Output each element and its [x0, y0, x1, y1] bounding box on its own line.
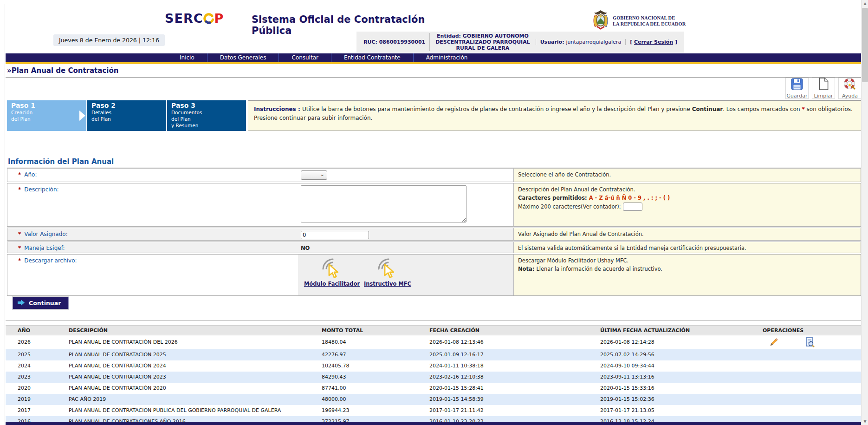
header: SERCP Sistema Oficial de Contratación Pú… [6, 4, 861, 51]
cell-desc: PAC AÑO 2019 [69, 394, 322, 405]
cell-created: 2023-02-16 12:10:38 [429, 372, 600, 383]
cell-desc: PLAN ANUAL DE CONTRATACION 2023 [69, 372, 322, 383]
nav-item-datos-generales[interactable]: Datos Generales [207, 53, 279, 62]
step-1-creacion[interactable]: Paso 1 Creación del Plan [7, 100, 86, 131]
form-row-year: *Año: ⌄ Seleccione el año de Contratació… [7, 168, 861, 182]
edit-icon[interactable] [769, 338, 778, 347]
user-value: juntaparroquialgalera [566, 39, 621, 45]
save-button[interactable]: Guardar [785, 78, 809, 99]
instructions-label: Instrucciones : [254, 106, 302, 112]
cell-operations [763, 349, 861, 360]
step-3-documentos[interactable]: Paso 3 Documentos del Plan y Resumen [167, 100, 246, 131]
cell-year: 2026 [6, 335, 69, 349]
entity-info: Entidad: GOBIERNO AUTONOMO DESCENTRALIZA… [429, 33, 535, 51]
cell-updated: 2020-01-15 15:33:16 [600, 383, 763, 394]
cell-amount: 87741.00 [322, 383, 429, 394]
year-label: Año: [24, 171, 37, 178]
view-icon[interactable] [805, 337, 815, 347]
description-textarea[interactable] [301, 185, 466, 222]
scroll-down-arrow[interactable]: ▼ [862, 418, 868, 425]
cell-operations [763, 360, 861, 372]
pac-table: AÑO DESCRIPCIÓN MONTO TOTAL FECHA CREACI… [6, 325, 861, 425]
logout-wrap: [ Cerrar Sesión ] [625, 39, 681, 45]
gov-logo-line2: LA REPUBLICA DEL ECUADOR [613, 21, 686, 27]
cell-operations [763, 372, 861, 383]
sercop-o-icon [203, 11, 214, 26]
cell-operations [763, 405, 861, 416]
ruc-info: RUC: 0860019930001 [359, 39, 429, 45]
section-divider [6, 320, 861, 321]
scrollbar-thumb[interactable] [862, 8, 868, 82]
save-icon [791, 78, 803, 92]
cell-desc: PLAN ANUAL DE CONTRATACION 2025 [69, 349, 322, 360]
scroll-up-arrow[interactable]: ▲ [862, 0, 868, 7]
gold-divider [6, 62, 861, 64]
page: SERCP Sistema Oficial de Contratación Pú… [0, 0, 868, 425]
page-left-border [5, 4, 5, 425]
logout-link[interactable]: Cerrar Sesión [634, 39, 673, 45]
nav-item-inicio[interactable]: Inicio [167, 53, 207, 62]
nav-item-entidad-contratante[interactable]: Entidad Contratante [331, 53, 413, 62]
cell-year: 2024 [6, 360, 69, 372]
sercop-logo-p: P [214, 11, 224, 26]
pac-table-body: 2026PLAN ANUAL DE CONTRATACIÓN DEL 20261… [6, 335, 861, 425]
help-button[interactable]: ★ Ayuda [838, 78, 862, 99]
vertical-scrollbar[interactable]: ▲ ▼ [861, 0, 868, 425]
continue-button[interactable]: Continuar [13, 297, 69, 309]
user-info: Usuario: juntaparroquialgalera [536, 39, 625, 45]
clear-button[interactable]: Limpiar [812, 78, 835, 99]
esigef-value: NO [301, 244, 513, 251]
download-modulo: Módulo Facilitador [307, 257, 356, 287]
arrow-right-icon [18, 300, 25, 307]
cell-created: 2017-01-17 21:11:42 [429, 405, 600, 416]
instructivo-mfc-link[interactable]: Instructivo MFC [364, 281, 411, 287]
step-3-title: Paso 3 [171, 102, 246, 109]
page-title: »Plan Anual de Contratación [6, 65, 861, 78]
chevron-down-icon: ⌄ [320, 171, 324, 177]
col-header-descripcion: DESCRIPCIÓN [69, 326, 322, 335]
cell-created: 2019-01-15 14:58:39 [429, 394, 600, 405]
col-header-fecha-creacion: FECHA CREACIÓN [429, 326, 600, 335]
cell-operations [763, 383, 861, 394]
table-row: 2025PLAN ANUAL DE CONTRATACION 202542276… [6, 349, 861, 360]
plan-form: *Año: ⌄ Seleccione el año de Contratació… [7, 168, 861, 297]
cell-amount: 18480.04 [322, 335, 429, 349]
valor-input[interactable] [301, 231, 369, 239]
step-2-detalles[interactable]: Paso 2 Detalles del Plan [87, 100, 166, 131]
description-help: Descripción del Plan Anual de Contrataci… [513, 183, 861, 226]
cell-amount: 42276.97 [322, 349, 429, 360]
instructions-box: Instrucciones : Utilice la barra de boto… [248, 100, 861, 131]
cell-updated: 2025-07-02 14:29:56 [600, 349, 763, 360]
cell-amount: 84290.43 [322, 372, 429, 383]
gov-logo-line1: GOBIERNO NACIONAL DE [613, 15, 686, 21]
main-nav: Inicio Datos Generales Consultar Entidad… [6, 53, 861, 62]
nav-item-consultar[interactable]: Consultar [279, 53, 331, 62]
cell-updated: 2024-09-10 09:34:44 [600, 360, 763, 372]
allowed-chars: A - Z á-ú ñ Ñ 0 - 9 , . : ; - ( ) [589, 195, 670, 201]
cell-desc: PLAN ANUAL DE CONTRATACIÓN 2024 [69, 360, 322, 372]
cell-amount: 196944.23 [322, 405, 429, 416]
pac-table-container: AÑO DESCRIPCIÓN MONTO TOTAL FECHA CREACI… [6, 325, 861, 425]
form-row-esigef: *Maneja Esigef: NO El sistema valida aut… [7, 242, 861, 253]
col-header-operaciones: OPERACIONES [763, 326, 861, 335]
nav-item-administracion[interactable]: Administración [413, 53, 480, 62]
cell-updated: 2023-09-11 13:13:16 [600, 372, 763, 383]
click-download-icon[interactable] [321, 257, 343, 281]
esigef-help: El sistema valida automáticamente si la … [513, 242, 861, 253]
wizard-steps: Paso 1 Creación del Plan Paso 2 Detalles… [7, 100, 246, 131]
click-download-icon[interactable] [377, 257, 398, 281]
cell-year: 2020 [6, 383, 69, 394]
cell-created: 2024-01-11 10:38:18 [429, 360, 600, 372]
form-row-valor: *Valor Asignado: Valor Asignado del Plan… [7, 228, 861, 241]
sercop-logo: SERCP [165, 11, 224, 26]
year-select[interactable]: ⌄ [301, 170, 327, 180]
cell-updated: 2019-01-15 15:02:36 [600, 394, 763, 405]
counter-input[interactable] [623, 203, 642, 211]
cell-desc: PLAN ANUAL DE CONTRATACIÓN 2020 [69, 383, 322, 394]
table-row: 2019PAC AÑO 201948000.002019-01-15 14:58… [6, 394, 861, 405]
section-title: Información del Plan Anual [7, 157, 861, 168]
modulo-facilitador-link[interactable]: Módulo Facilitador [304, 281, 360, 287]
description-label: Descripción: [24, 186, 58, 193]
cell-year: 2023 [6, 372, 69, 383]
sercop-logo-text: SERC [165, 11, 203, 26]
